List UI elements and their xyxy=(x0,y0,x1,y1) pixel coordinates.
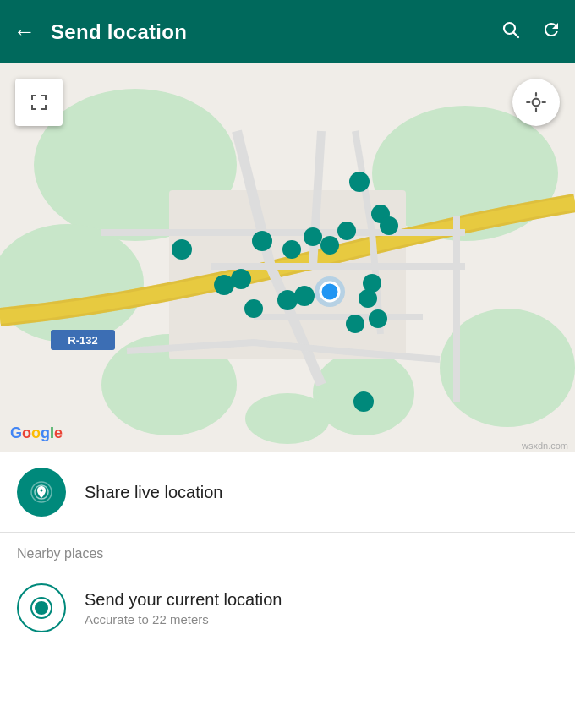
map-area: R-132 xyxy=(0,63,575,452)
svg-point-34 xyxy=(533,99,540,107)
current-location-title: Send your current location xyxy=(85,590,282,610)
back-button[interactable]: ← xyxy=(14,19,36,45)
live-location-icon xyxy=(17,468,66,517)
app-header: ← Send location xyxy=(0,0,575,63)
current-location-texts: Send your current location Accurate to 2… xyxy=(85,590,282,627)
svg-point-27 xyxy=(277,290,298,310)
current-location-icon xyxy=(17,583,66,632)
svg-point-17 xyxy=(282,240,301,259)
current-location-dot xyxy=(32,599,51,617)
svg-point-19 xyxy=(320,236,339,255)
live-location-label: Share live location xyxy=(85,483,222,502)
svg-point-15 xyxy=(231,269,251,289)
svg-point-16 xyxy=(252,231,272,251)
svg-point-25 xyxy=(359,289,377,308)
current-location-subtitle: Accurate to 22 meters xyxy=(85,612,282,627)
expand-map-button[interactable] xyxy=(15,79,63,126)
search-icon[interactable] xyxy=(501,19,521,45)
svg-point-9 xyxy=(245,393,330,444)
share-live-location-row[interactable]: Share live location xyxy=(0,452,575,533)
page-title: Send location xyxy=(51,20,501,44)
svg-point-13 xyxy=(172,239,192,260)
svg-point-21 xyxy=(349,172,370,192)
svg-point-28 xyxy=(294,286,315,306)
svg-point-23 xyxy=(380,216,398,235)
nearby-label: Nearby places xyxy=(17,546,103,561)
svg-line-1 xyxy=(514,32,519,37)
svg-point-26 xyxy=(244,299,263,318)
svg-point-29 xyxy=(346,315,364,333)
current-location-row[interactable]: Send your current location Accurate to 2… xyxy=(0,568,575,648)
locate-button[interactable] xyxy=(512,79,560,126)
svg-point-20 xyxy=(337,222,356,240)
svg-text:R-132: R-132 xyxy=(68,334,97,347)
header-actions xyxy=(501,19,561,45)
nearby-section-header: Nearby places xyxy=(0,533,575,568)
svg-point-30 xyxy=(369,309,387,328)
svg-point-18 xyxy=(304,227,322,246)
refresh-icon[interactable] xyxy=(541,19,561,45)
google-logo: Google xyxy=(10,424,63,442)
svg-point-33 xyxy=(320,282,339,301)
watermark: wsxdn.com xyxy=(522,441,568,451)
svg-point-31 xyxy=(353,391,374,412)
